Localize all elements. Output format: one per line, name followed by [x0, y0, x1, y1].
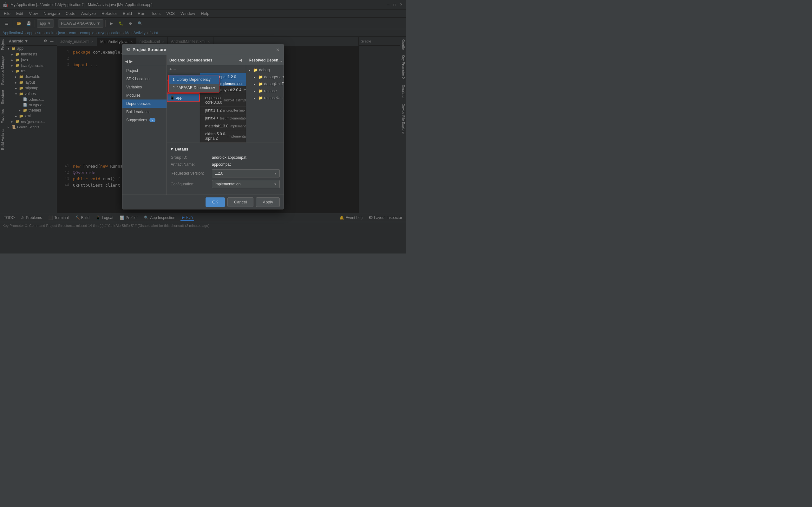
- details-row-config: Configuration: implementation ▼: [171, 180, 280, 188]
- declared-add-button[interactable]: +: [169, 66, 172, 72]
- details-config-input[interactable]: implementation ▼: [212, 180, 280, 188]
- releaseunittest-folder-icon: 📁: [258, 96, 263, 100]
- details-artifact-label: Artifact Name:: [171, 162, 212, 167]
- dep-name-espresso: espresso-core:3.3.0: [205, 96, 222, 105]
- lib-dep-item-jar[interactable]: 2 JAR/AAR Dependency: [169, 83, 219, 92]
- resolved-release-label: release: [264, 89, 276, 93]
- dialog-nav-variables[interactable]: Variables: [122, 83, 166, 91]
- dialog-nav-project[interactable]: Project: [122, 66, 166, 75]
- details-config-dropdown-icon: ▼: [274, 182, 277, 186]
- suggestions-badge: 2: [149, 118, 155, 122]
- resolved-item-release[interactable]: ▸ 📁 release: [246, 88, 284, 95]
- details-row-group-id: Group ID: androidx.appcompat: [171, 155, 280, 160]
- lib-dep-label-jar: JAR/AAR Dependency: [177, 86, 215, 90]
- declared-pane-icons: ◀: [238, 57, 243, 63]
- dep-config-constraintlayout: implementation: [243, 88, 246, 92]
- lib-dep-num-1: 1: [172, 77, 175, 82]
- app-module-icon: 📱: [170, 95, 175, 100]
- project-structure-dialog: 🏗 Project Structure ✕ ◀ ▶ Project SDK Lo…: [122, 44, 284, 210]
- debugandroidtest-folder-icon: 📁: [258, 75, 263, 79]
- details-collapse-icon[interactable]: ▾: [171, 147, 173, 152]
- dialog-forward-button[interactable]: ▶: [130, 59, 133, 64]
- dialog-nav-modules[interactable]: Modules: [122, 91, 166, 100]
- dialog-deps-row: Declared Dependencies ◀ + −: [167, 55, 284, 143]
- dep-config-material: implementation: [230, 124, 246, 128]
- details-config-label: Configuration:: [171, 182, 212, 186]
- details-version-label: Requested Version:: [171, 171, 212, 176]
- resolved-pane: Resolved Depen… ↕ — ▸ 📁 debug: [246, 55, 284, 143]
- dialog-title-text: Project Structure: [133, 47, 166, 52]
- declared-pane: Declared Dependencies ◀ + −: [167, 55, 246, 143]
- details-group-id-label: Group ID:: [171, 155, 212, 160]
- dep-name-material: material:1.3.0: [205, 124, 229, 128]
- dialog-nav-dependencies[interactable]: Dependencies: [122, 100, 166, 108]
- details-artifact-value: appcompat: [212, 162, 231, 167]
- dialog-back-button[interactable]: ◀: [125, 59, 128, 64]
- lib-dep-dropdown: 1 Library Dependency 2 JAR/AAR Dependenc…: [168, 75, 219, 93]
- dep-item-material[interactable]: material:1.3.0 implementation: [200, 122, 246, 130]
- dep-item-junit112[interactable]: junit:1.1.2 androidTestImpl…: [200, 107, 246, 114]
- details-version-value: 1.2.0: [215, 171, 223, 176]
- resolved-releaseunittest-label: releaseUnitTest: [264, 96, 284, 100]
- lib-dep-item-library[interactable]: 1 Library Dependency: [169, 75, 219, 83]
- dep-item-junit4[interactable]: junit:4.+ testImplementation: [200, 114, 246, 122]
- details-header: ▾ Details: [171, 147, 280, 152]
- details-config-value: implementation: [215, 182, 241, 186]
- resolved-item-releaseunittest[interactable]: ▸ 📁 releaseUnitTest: [246, 95, 284, 101]
- resolved-item-debugunittest[interactable]: ▸ 📁 debugUnitTest: [246, 80, 284, 88]
- dialog-title-bar: 🏗 Project Structure ✕: [122, 44, 284, 55]
- resolved-pane-header: Resolved Depen… ↕ —: [246, 55, 284, 65]
- dep-config-espresso: androidTestImpl…: [223, 99, 246, 102]
- details-title: Details: [175, 147, 189, 152]
- resolved-debugunittest-label: debugUnitTest: [264, 82, 284, 86]
- dialog-nav-sdk-location[interactable]: SDK Location: [122, 75, 166, 83]
- lib-dep-num-2: 2: [172, 86, 175, 90]
- details-pane: ▾ Details Group ID: androidx.appcompat A…: [167, 143, 284, 194]
- dialog-title-group: 🏗 Project Structure: [126, 47, 166, 52]
- resolved-item-debugandroidtest[interactable]: ▸ 📁 debugAndroidTest: [246, 73, 284, 80]
- dialog-nav-suggestions[interactable]: Suggestions 2: [122, 116, 166, 124]
- lib-dep-label-library: Library Dependency: [177, 77, 211, 82]
- app-module-label: app: [176, 95, 183, 100]
- resolved-sort-icon[interactable]: ↕: [282, 57, 284, 63]
- dialog-overlay: 🏗 Project Structure ✕ ◀ ▶ Project SDK Lo…: [0, 0, 406, 253]
- declared-pane-title: Declared Dependencies: [169, 58, 212, 62]
- dialog-apply-button[interactable]: Apply: [256, 198, 280, 207]
- dep-item-espresso[interactable]: espresso-core:3.3.0 androidTestImpl…: [200, 94, 246, 107]
- dialog-content: Declared Dependencies ◀ + −: [167, 55, 284, 194]
- dialog-body: ◀ ▶ Project SDK Location Variables Modul…: [122, 55, 284, 194]
- debugunittest-folder-icon: 📁: [258, 82, 263, 86]
- details-version-dropdown-icon: ▼: [274, 172, 277, 175]
- details-row-artifact: Artifact Name: appcompat: [171, 162, 280, 167]
- resolved-tree: ▸ 📁 debug ▸ 📁 debugAndroidTest ▸: [246, 65, 284, 143]
- dep-name-junit112: junit:1.1.2: [205, 108, 222, 112]
- dep-name-junit4: junit:4.+: [205, 116, 218, 120]
- dep-name-okhttp: okhttp:5.0.0-alpha.2: [205, 132, 226, 141]
- declared-remove-button[interactable]: −: [173, 66, 176, 72]
- dialog-title-icon: 🏗: [126, 47, 131, 52]
- declared-pane-collapse-icon[interactable]: ◀: [238, 57, 243, 63]
- dep-config-junit4: testImplementation: [220, 116, 246, 120]
- dep-config-okhttp: implementation: [228, 134, 246, 138]
- dialog-ok-button[interactable]: OK: [206, 198, 225, 207]
- declared-pane-header: Declared Dependencies ◀: [167, 55, 246, 65]
- release-folder-icon: 📁: [258, 89, 263, 93]
- dep-item-okhttp[interactable]: okhttp:5.0.0-alpha.2 implementation: [200, 130, 246, 143]
- details-row-version: Requested Version: 1.2.0 ▼: [171, 169, 280, 177]
- dialog-nav: ◀ ▶ Project SDK Location Variables Modul…: [122, 55, 167, 194]
- dep-config-junit112: androidTestImpl…: [223, 109, 246, 112]
- resolved-debug-label: debug: [259, 68, 270, 72]
- resolved-debugandroidtest-label: debugAndroidTest: [264, 75, 284, 79]
- resolved-pane-title: Resolved Depen…: [249, 58, 282, 62]
- module-item-app[interactable]: 📱 app: [167, 93, 200, 102]
- dialog-close-button[interactable]: ✕: [276, 47, 280, 52]
- details-group-id-value: androidx.appcompat: [212, 155, 247, 160]
- dialog-cancel-button[interactable]: Cancel: [227, 198, 253, 207]
- details-version-input[interactable]: 1.2.0 ▼: [212, 169, 280, 177]
- resolved-item-debug[interactable]: ▸ 📁 debug: [246, 66, 284, 73]
- debug-folder-icon: 📁: [253, 68, 258, 72]
- dialog-footer: OK Cancel Apply: [122, 194, 284, 209]
- dialog-nav-build-variants[interactable]: Build Variants: [122, 108, 166, 116]
- resolved-pane-icons: ↕ —: [282, 57, 284, 63]
